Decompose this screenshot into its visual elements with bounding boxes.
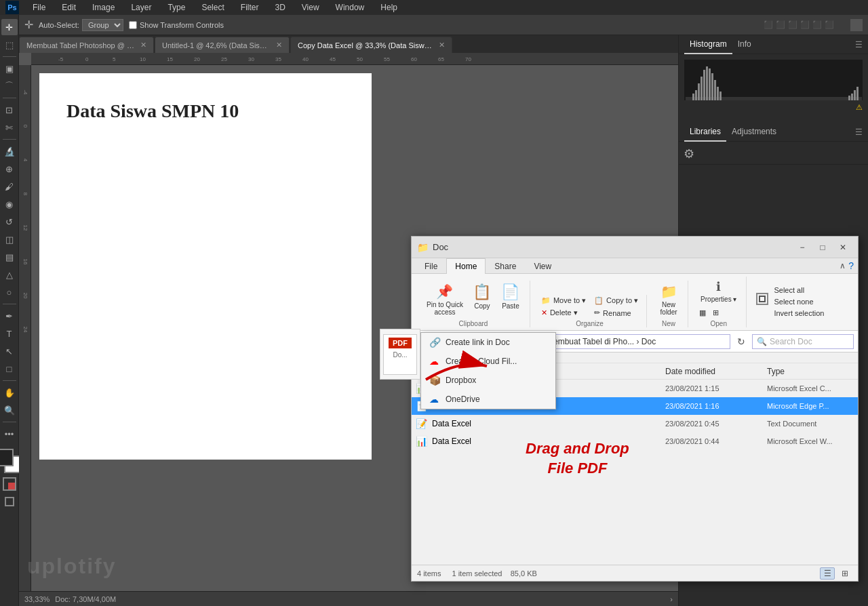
tool-eyedropper[interactable]: 🔬: [1, 143, 18, 159]
paste-btn[interactable]: 📄 Paste: [497, 281, 524, 312]
panel-options-icon[interactable]: ☰: [855, 40, 863, 49]
file-date-1: 23/08/2021 1:16: [665, 402, 767, 410]
open-btn-extra-1[interactable]: ▦: [696, 307, 709, 319]
select-none-btn[interactable]: Select none: [771, 296, 827, 307]
tool-path-selection[interactable]: ↖: [1, 343, 18, 359]
quick-mask-mode[interactable]: [3, 477, 16, 491]
menu-layer[interactable]: Layer: [128, 1, 154, 14]
file-row-2[interactable]: 📝 Data Excel 23/08/2021 0:45 Text Docume…: [412, 415, 858, 432]
tool-type[interactable]: T: [1, 325, 18, 342]
delete-btn[interactable]: ✕ Delete ▾: [538, 307, 589, 319]
tool-hand[interactable]: ✋: [1, 384, 18, 401]
tab-2[interactable]: Untitled-1 @ 42,6% (Data Siswa SMPN 10, …: [155, 37, 290, 53]
foreground-color-swatch[interactable]: [0, 449, 14, 466]
tool-zoom[interactable]: 🔍: [1, 402, 18, 418]
nav-arrow[interactable]: ›: [670, 595, 673, 603]
ribbon-tab-view[interactable]: View: [525, 258, 560, 274]
tool-more[interactable]: •••: [1, 426, 18, 442]
tab-1[interactable]: Membuat Tabel Photoshop @ 41,4% (Kelas,.…: [19, 37, 154, 53]
tab-2-close[interactable]: ✕: [276, 41, 282, 49]
tool-healing[interactable]: ⊕: [1, 161, 18, 177]
search-box[interactable]: 🔍 Search Doc: [752, 334, 854, 349]
menu-select[interactable]: Select: [199, 1, 226, 14]
context-item-onedrive[interactable]: ☁ OneDrive: [421, 390, 555, 409]
dist-icon-1[interactable]: [850, 19, 863, 31]
auto-select-dropdown[interactable]: Group Layer: [82, 19, 123, 31]
menu-window[interactable]: Window: [333, 1, 368, 14]
pin-to-quick-access-btn[interactable]: 📌 Pin to Quickaccess: [422, 281, 467, 319]
menu-type[interactable]: Type: [165, 1, 188, 14]
invert-selection-btn[interactable]: Invert selection: [771, 308, 827, 319]
col-date-header[interactable]: Date modified: [665, 367, 767, 376]
copy-to-btn[interactable]: 📋 Copy to ▾: [591, 295, 641, 306]
histogram-tab[interactable]: Histogram: [684, 35, 732, 54]
tool-eraser[interactable]: ◫: [1, 231, 18, 247]
align-icon-1[interactable]: ⬛: [764, 20, 773, 29]
tool-shape[interactable]: □: [1, 361, 18, 377]
menu-3d[interactable]: 3D: [272, 1, 288, 14]
detail-view-btn[interactable]: ⊞: [837, 567, 852, 580]
tool-marquee[interactable]: ▣: [1, 60, 18, 77]
open-btn-extra-2[interactable]: ⊞: [710, 307, 722, 319]
col-type-header[interactable]: Type: [767, 367, 855, 376]
menu-view[interactable]: View: [299, 1, 322, 14]
libraries-tab[interactable]: Libraries: [684, 123, 726, 142]
file-row-3[interactable]: 📊 Data Excel 23/08/2021 0:44 Microsoft E…: [412, 432, 858, 450]
tool-crop[interactable]: ⊡: [1, 102, 18, 118]
svg-rect-30: [706, 66, 708, 100]
align-icon-4[interactable]: ⬛: [800, 20, 810, 29]
refresh-btn[interactable]: ↻: [733, 334, 749, 350]
ribbon-tab-share[interactable]: Share: [486, 258, 525, 274]
tool-slice[interactable]: ✄: [1, 119, 18, 136]
new-folder-icon: 📁: [660, 283, 677, 300]
ribbon-help-btn[interactable]: ?: [848, 260, 854, 271]
tool-pen[interactable]: ✒: [1, 308, 18, 324]
right-panel-tabs: Histogram Info ☰: [679, 35, 868, 54]
tool-stamp[interactable]: ◉: [1, 196, 18, 212]
tool-lasso[interactable]: ⌒: [1, 78, 18, 94]
tool-move[interactable]: ✛: [1, 19, 18, 35]
info-tab[interactable]: Info: [732, 35, 757, 54]
new-folder-btn[interactable]: 📁 Newfolder: [655, 281, 682, 319]
window-maximize-btn[interactable]: □: [813, 241, 832, 254]
align-icon-6[interactable]: ⬛: [825, 20, 834, 29]
window-controls: − □ ✕: [793, 241, 852, 254]
tool-history[interactable]: ↺: [1, 214, 18, 230]
clipboard-copy-btn[interactable]: 📋 Copy: [469, 281, 496, 312]
tool-brush[interactable]: 🖌: [1, 178, 18, 195]
doc-info: Doc: 7,30M/4,00M: [55, 595, 116, 603]
screen-mode[interactable]: [3, 495, 16, 508]
properties-btn[interactable]: ℹ Properties ▾: [696, 277, 741, 306]
drag-drop-text-line2: File PDF: [547, 460, 607, 477]
tool-blur[interactable]: △: [1, 266, 18, 283]
explorer-title: Doc: [433, 242, 793, 252]
rename-btn[interactable]: ✏ Rename: [591, 307, 641, 319]
menu-file[interactable]: File: [30, 1, 48, 14]
menu-filter[interactable]: Filter: [238, 1, 262, 14]
adjustments-tab[interactable]: Adjustments: [726, 123, 782, 142]
libraries-options-icon[interactable]: ☰: [855, 127, 863, 137]
align-icon-5[interactable]: ⬛: [812, 20, 822, 29]
tool-artboard[interactable]: ⬚: [1, 37, 18, 53]
list-view-btn[interactable]: ☰: [820, 567, 835, 580]
tab-3-close[interactable]: ✕: [439, 41, 445, 49]
menu-image[interactable]: Image: [90, 1, 117, 14]
window-close-btn[interactable]: ✕: [833, 241, 852, 254]
tab-1-close[interactable]: ✕: [140, 41, 146, 49]
ribbon-collapse-btn[interactable]: ∧: [840, 261, 846, 270]
menu-edit[interactable]: Edit: [59, 1, 79, 14]
ribbon-tab-home[interactable]: Home: [446, 258, 486, 274]
show-transform-checkbox[interactable]: [129, 21, 137, 29]
ribbon-tab-file[interactable]: File: [416, 258, 446, 274]
align-icon-3[interactable]: ⬛: [788, 20, 797, 29]
select-all-btn[interactable]: Select all: [771, 285, 827, 296]
align-icon-2[interactable]: ⬛: [776, 20, 785, 29]
tool-gradient[interactable]: ▤: [1, 249, 18, 265]
svg-text:65: 65: [438, 56, 444, 62]
move-to-btn[interactable]: 📁 Move to ▾: [538, 295, 589, 306]
window-minimize-btn[interactable]: −: [793, 241, 812, 254]
menu-help[interactable]: Help: [378, 1, 400, 14]
tab-3[interactable]: Copy Data Excel @ 33,3% (Data Siswa SMPN…: [290, 37, 452, 53]
distribution-tools: [850, 19, 863, 31]
tool-dodge[interactable]: ○: [1, 284, 18, 300]
